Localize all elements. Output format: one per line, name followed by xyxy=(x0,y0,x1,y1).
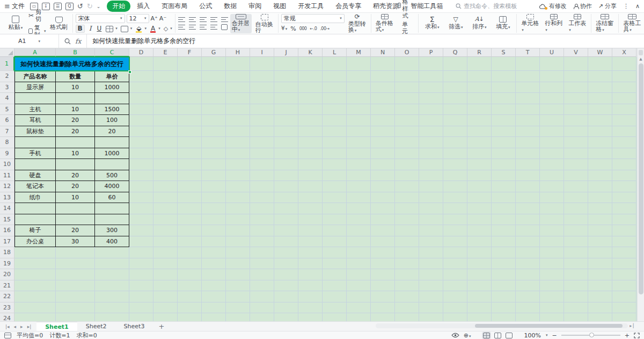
column-header-O[interactable]: O xyxy=(395,48,419,57)
currency-button[interactable]: ¥▾ xyxy=(281,25,288,33)
command-search[interactable]: 查找命令、搜索模板 xyxy=(456,2,517,10)
cell-T17[interactable] xyxy=(516,236,540,248)
next-sheet-icon[interactable]: ▸ xyxy=(20,324,23,329)
cell-S18[interactable] xyxy=(492,247,516,258)
cell-H22[interactable] xyxy=(226,291,250,302)
cell-M10[interactable] xyxy=(347,159,371,170)
cell-E15[interactable] xyxy=(153,214,178,226)
row-header-11[interactable]: 11 xyxy=(0,170,14,182)
cell-E3[interactable] xyxy=(153,82,178,93)
cell-J23[interactable] xyxy=(274,302,298,314)
cell-Q7[interactable] xyxy=(443,126,467,138)
cell-U22[interactable] xyxy=(540,291,564,302)
cell-P16[interactable] xyxy=(419,225,443,236)
cell-J8[interactable] xyxy=(274,137,298,148)
cell-D23[interactable] xyxy=(129,302,153,314)
cell-P18[interactable] xyxy=(419,247,443,258)
row-header-24[interactable]: 24 xyxy=(0,313,14,321)
cell-U12[interactable] xyxy=(540,181,564,192)
cell-V19[interactable] xyxy=(564,258,588,270)
cell-E13[interactable] xyxy=(153,192,178,204)
cell-X10[interactable] xyxy=(612,159,636,170)
cell-J11[interactable] xyxy=(274,170,298,182)
cell-E19[interactable] xyxy=(153,258,178,270)
cell-U10[interactable] xyxy=(540,159,564,170)
cell-X24[interactable] xyxy=(612,313,636,321)
cell-F13[interactable] xyxy=(178,192,202,204)
cell-K9[interactable] xyxy=(298,148,323,160)
cell-O18[interactable] xyxy=(395,247,419,258)
column-header-L[interactable]: L xyxy=(323,48,347,57)
cell-H3[interactable] xyxy=(226,82,250,93)
cell-A23[interactable] xyxy=(14,302,56,314)
cell-F12[interactable] xyxy=(178,181,202,192)
sheet-tab-Sheet2[interactable]: Sheet2 xyxy=(77,322,115,331)
cell-V16[interactable] xyxy=(564,225,588,236)
cell-S8[interactable] xyxy=(492,137,516,148)
cell-M1[interactable] xyxy=(347,57,371,71)
cell-F18[interactable] xyxy=(178,247,202,258)
cell-S11[interactable] xyxy=(492,170,516,182)
cell-Q8[interactable] xyxy=(443,137,467,148)
cell-W20[interactable] xyxy=(588,269,612,280)
vertical-scrollbar[interactable]: ▲ xyxy=(637,48,644,321)
cell-K14[interactable] xyxy=(298,203,323,214)
cell-M5[interactable] xyxy=(347,104,371,116)
cell-H10[interactable] xyxy=(226,159,250,170)
cell-G13[interactable] xyxy=(202,192,226,204)
cell-G14[interactable] xyxy=(202,203,226,214)
cell-E10[interactable] xyxy=(153,159,178,170)
cell-A19[interactable] xyxy=(14,258,56,270)
cell-H15[interactable] xyxy=(226,214,250,226)
cell-R23[interactable] xyxy=(467,302,492,314)
cell-Q16[interactable] xyxy=(443,225,467,236)
cell-A3[interactable]: 显示屏 xyxy=(14,82,56,93)
cell-E7[interactable] xyxy=(153,126,178,138)
draw-border-button[interactable]: ▾ xyxy=(121,25,133,32)
cell-U20[interactable] xyxy=(540,269,564,280)
cell-D18[interactable] xyxy=(129,247,153,258)
vertical-scroll-thumb[interactable] xyxy=(639,63,643,294)
cell-V12[interactable] xyxy=(564,181,588,192)
cell-E6[interactable] xyxy=(153,115,178,126)
cell-D5[interactable] xyxy=(129,104,153,116)
cell-O16[interactable] xyxy=(395,225,419,236)
cell-K5[interactable] xyxy=(298,104,323,116)
cell-G1[interactable] xyxy=(202,57,226,71)
cell-X20[interactable] xyxy=(612,269,636,280)
cell-K6[interactable] xyxy=(298,115,323,126)
cell-J18[interactable] xyxy=(274,247,298,258)
cell-S1[interactable] xyxy=(492,57,516,71)
cell-R2[interactable] xyxy=(467,71,492,82)
eye-protection-icon[interactable] xyxy=(451,333,459,338)
sheet-tab-Sheet3[interactable]: Sheet3 xyxy=(115,322,153,331)
cell-X21[interactable] xyxy=(612,280,636,292)
cell-G21[interactable] xyxy=(202,280,226,292)
cell-M11[interactable] xyxy=(347,170,371,182)
cell-V17[interactable] xyxy=(564,236,588,248)
cell-R20[interactable] xyxy=(467,269,492,280)
column-header-U[interactable]: U xyxy=(540,48,564,57)
cell-N13[interactable] xyxy=(371,192,395,204)
column-header-K[interactable]: K xyxy=(298,48,323,57)
last-sheet-icon[interactable]: ▸| xyxy=(27,324,32,329)
cell-L3[interactable] xyxy=(323,82,347,93)
cell-R6[interactable] xyxy=(467,115,492,126)
cell-I6[interactable] xyxy=(250,115,274,126)
cell-P21[interactable] xyxy=(419,280,443,292)
fx-icon[interactable]: fx xyxy=(75,38,81,45)
cell-H6[interactable] xyxy=(226,115,250,126)
cell-F21[interactable] xyxy=(178,280,202,292)
cell-F9[interactable] xyxy=(178,148,202,160)
cell-X2[interactable] xyxy=(612,71,636,82)
cell-K17[interactable] xyxy=(298,236,323,248)
cell-R11[interactable] xyxy=(467,170,492,182)
cell-D12[interactable] xyxy=(129,181,153,192)
cell-V18[interactable] xyxy=(564,247,588,258)
cell-Q12[interactable] xyxy=(443,181,467,192)
row-header-22[interactable]: 22 xyxy=(0,291,14,302)
cell-T21[interactable] xyxy=(516,280,540,292)
cell-S20[interactable] xyxy=(492,269,516,280)
cells-button[interactable]: 单元格▾ xyxy=(519,14,541,33)
cell-X11[interactable] xyxy=(612,170,636,182)
